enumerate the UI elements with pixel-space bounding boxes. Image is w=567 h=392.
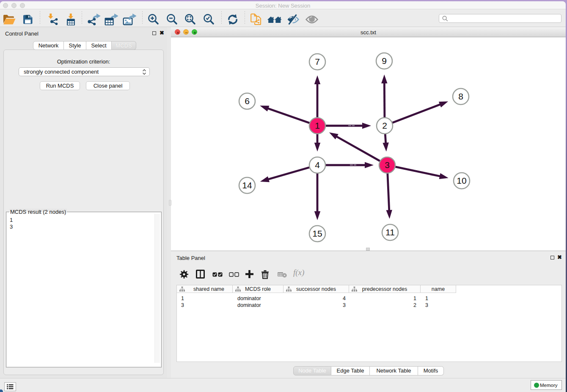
svg-text:2: 2 [382,121,387,130]
svg-text:11: 11 [385,227,395,237]
svg-text:10: 10 [457,176,466,185]
svg-text:7: 7 [315,57,320,66]
svg-text:15: 15 [312,229,322,238]
svg-text:3: 3 [385,160,390,170]
svg-text:1: 1 [315,121,320,130]
svg-text:8: 8 [458,91,463,101]
svg-text:6: 6 [245,96,250,106]
svg-text:14: 14 [242,180,252,190]
svg-text:4: 4 [315,160,320,170]
svg-text:9: 9 [382,56,387,66]
